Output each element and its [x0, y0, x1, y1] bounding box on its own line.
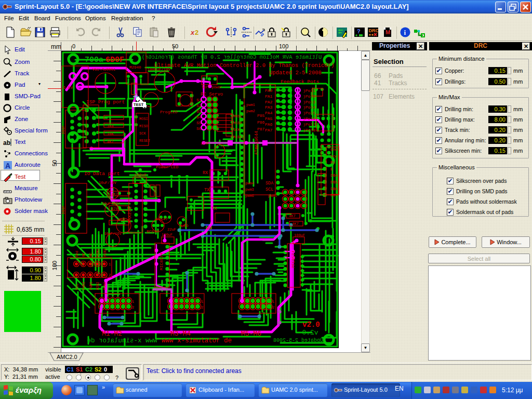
svg-text:)Pol7: )Pol7: [303, 122, 315, 127]
svg-text:Gnd: Gnd: [75, 250, 79, 257]
svg-text:1: 1: [272, 300, 274, 304]
svg-text:M2N1: M2N1: [96, 248, 100, 257]
svg-text:1K8: 1K8: [107, 124, 114, 128]
svg-text:ISP Prog port: ISP Prog port: [86, 99, 125, 105]
svg-text:22uF: 22uF: [167, 228, 176, 232]
svg-text:PWM2: PWM2: [82, 282, 86, 290]
svg-text:(MLSR): (MLSR): [231, 135, 244, 139]
svg-text:DB7: DB7: [330, 193, 338, 197]
svg-text:PA1: PA1: [265, 94, 273, 99]
svg-text:A: A: [5, 162, 10, 170]
svg-text:1: 1: [109, 262, 111, 267]
svg-text:6D0F: 6D0F: [105, 56, 124, 64]
svg-text:2: 2: [272, 305, 274, 310]
svg-text:Vcc: Vcc: [75, 284, 79, 290]
svg-text:S6: S6: [196, 126, 202, 131]
svg-text:IO Data port: IO Data port: [84, 171, 119, 177]
svg-text:6-8V: 6-8V: [63, 85, 73, 90]
svg-text:1: 1: [132, 300, 134, 304]
svg-text:1: 1: [201, 300, 203, 304]
svg-text:100uF: 100uF: [294, 233, 305, 237]
svg-text:M: M: [385, 29, 390, 35]
svg-text:M3-M4: M3-M4: [170, 330, 191, 338]
svg-text:M1-M2: M1-M2: [102, 330, 122, 338]
svg-text:P85: P85: [257, 113, 265, 118]
svg-text:SCL: SCL: [265, 187, 273, 192]
svg-text:700a: 700a: [85, 56, 103, 64]
svg-text:M2N2: M2N2: [96, 282, 100, 290]
svg-text:100uF: 100uF: [134, 172, 147, 177]
svg-text:PWM1: PWM1: [89, 282, 93, 290]
svg-text:Ultimate AVR Motion Controller: Ultimate AVR Motion Controller 2.0 By Th…: [154, 62, 335, 69]
svg-text:TX: TX: [211, 206, 217, 211]
svg-text:)Pol3: )Pol3: [303, 100, 315, 104]
svg-text:S5: S5: [196, 121, 202, 125]
svg-text:DRC: DRC: [369, 28, 379, 33]
svg-text:DB6: DB6: [330, 187, 338, 191]
svg-text:1000uF/18V: 1000uF/18V: [92, 68, 116, 72]
svg-text:Serv power: Serv power: [202, 86, 222, 89]
svg-text:4K7: 4K7: [289, 214, 296, 218]
svg-text:Power LED: Power LED: [156, 165, 178, 169]
svg-text:MISO: MISO: [139, 124, 148, 128]
svg-text:2: 2: [132, 305, 134, 310]
svg-text:S3: S3: [196, 109, 202, 114]
svg-text:pwm4: pwm4: [245, 181, 254, 185]
svg-text:pwm3: pwm3: [245, 188, 254, 192]
svg-text:10K: 10K: [107, 132, 114, 136]
svg-text:AMC2.0: AMC2.0: [57, 354, 77, 360]
svg-text:S4: S4: [196, 115, 202, 119]
svg-text:i: i: [404, 29, 406, 36]
svg-text:4K7: 4K7: [292, 222, 299, 226]
svg-text:22uF: 22uF: [201, 141, 209, 145]
svg-text:PA6: PA6: [265, 122, 273, 127]
svg-text:BC547: BC547: [155, 217, 168, 221]
svg-text:)Pol4: )Pol4: [303, 105, 315, 110]
svg-text:4K7: 4K7: [111, 192, 118, 196]
svg-text:M0SI: M0SI: [233, 114, 242, 118]
svg-text:Rs: Rs: [330, 161, 335, 165]
svg-text:SDA: SDA: [265, 181, 274, 186]
svg-text:SCK: SCK: [233, 128, 240, 132]
svg-text:RX: RX: [203, 170, 208, 176]
svg-text:MIC8574: MIC8574: [159, 252, 164, 270]
svg-text:MOSI: MOSI: [139, 117, 148, 121]
svg-text:DB5: DB5: [330, 180, 338, 184]
svg-text:PA0: PA0: [265, 88, 273, 93]
svg-text:ProgLED: ProgLED: [160, 110, 178, 114]
svg-text:v2.0: v2.0: [302, 321, 320, 329]
svg-text:)Pol5: )Pol5: [303, 111, 315, 115]
svg-text:PA3: PA3: [265, 105, 273, 110]
svg-text:M5-M6: M5-M6: [241, 330, 261, 338]
svg-text:?: ?: [357, 28, 361, 34]
svg-text:PA7: PA7: [265, 128, 273, 132]
svg-text:470: 470: [111, 207, 118, 211]
svg-text:www x-simulator de: www x-simulator de: [87, 337, 157, 344]
svg-text:MAX232: MAX232: [127, 207, 132, 223]
svg-text:x: x: [190, 29, 195, 36]
svg-text:ATmega644: ATmega644: [254, 131, 259, 155]
svg-text:Feedback Pots: Feedback Pots: [281, 79, 319, 85]
svg-text:2: 2: [109, 273, 111, 277]
svg-text:10uF/16V: 10uF/16V: [104, 232, 122, 236]
svg-text:LED: LED: [181, 223, 189, 228]
svg-text:2: 2: [195, 29, 198, 36]
svg-text:1000uF/18V: 1000uF/18V: [147, 68, 171, 72]
svg-text:PA4: PA4: [265, 111, 273, 115]
svg-text:DB9F: DB9F: [61, 125, 65, 134]
svg-text:P87: P87: [257, 127, 265, 131]
svg-text:M2940: M2940: [129, 65, 141, 70]
svg-text:pwm2: pwm2: [246, 109, 255, 113]
svg-text:Updated 2-5-2008: Updated 2-5-2008: [273, 338, 323, 343]
svg-text:PA2: PA2: [265, 100, 273, 104]
svg-text:M1N1: M1N1: [103, 248, 107, 257]
svg-text:)Pol2: )Pol2: [303, 94, 315, 99]
svg-text:pwm5: pwm5: [268, 194, 277, 198]
svg-text:PC Servo: PC Servo: [201, 92, 223, 97]
svg-text:DB4: DB4: [330, 174, 338, 178]
svg-text:Gnd: Gnd: [330, 148, 338, 152]
svg-text:NC: NC: [89, 252, 93, 257]
svg-text:NC: NC: [82, 252, 86, 257]
svg-text:Ultimate AVR Motion Controller: Ultimate AVR Motion Controller 2.0 By Th…: [142, 54, 322, 60]
svg-text:TX: TX: [204, 188, 209, 193]
